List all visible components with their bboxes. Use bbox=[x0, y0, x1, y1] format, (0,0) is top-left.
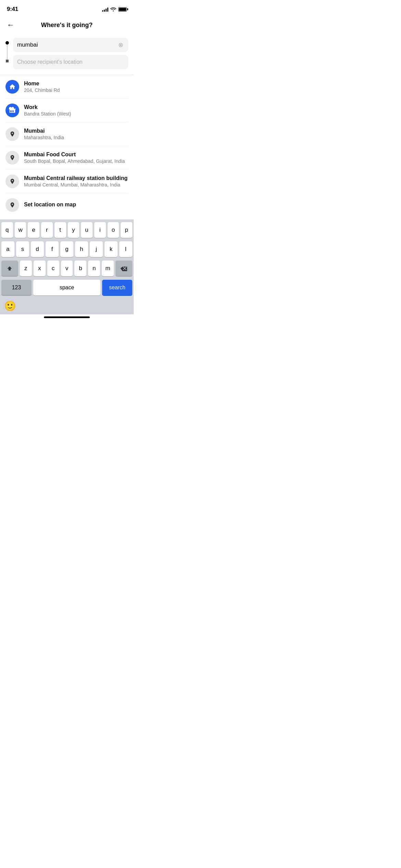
signal-icon bbox=[102, 7, 108, 12]
location-item-set-location[interactable]: Set location on map bbox=[5, 193, 128, 217]
key-o[interactable]: o bbox=[108, 222, 119, 238]
key-k[interactable]: k bbox=[105, 241, 118, 257]
status-bar: 9:41 bbox=[0, 0, 134, 16]
key-j[interactable]: j bbox=[90, 241, 103, 257]
key-p[interactable]: p bbox=[121, 222, 132, 238]
location-item-home[interactable]: Home204, Chimbai Rd bbox=[5, 75, 128, 99]
key-l[interactable]: l bbox=[119, 241, 132, 257]
key-a[interactable]: a bbox=[1, 241, 14, 257]
key-f[interactable]: f bbox=[46, 241, 59, 257]
location-name-set-location: Set location on map bbox=[24, 202, 128, 208]
key-u[interactable]: u bbox=[81, 222, 93, 238]
home-indicator bbox=[44, 316, 90, 318]
key-r[interactable]: r bbox=[41, 222, 53, 238]
location-address-work: Bandra Station (West) bbox=[24, 111, 128, 117]
origin-input-wrap[interactable]: ⊗ bbox=[13, 38, 128, 52]
key-b[interactable]: b bbox=[74, 261, 86, 276]
clear-search-button[interactable]: ⊗ bbox=[118, 41, 124, 49]
key-d[interactable]: d bbox=[31, 241, 44, 257]
location-text-mumbai: MumbaiMaharashtra, India bbox=[24, 128, 128, 140]
keyboard-row-3: zxcvbnm bbox=[1, 261, 132, 276]
location-item-work[interactable]: WorkBandra Station (West) bbox=[5, 99, 128, 122]
location-icon-home bbox=[5, 80, 19, 94]
location-address-mumbai-central: Mumbai Central, Mumbai, Maharashtra, Ind… bbox=[24, 182, 128, 188]
location-text-home: Home204, Chimbai Rd bbox=[24, 81, 128, 93]
key-h[interactable]: h bbox=[75, 241, 88, 257]
key-w[interactable]: w bbox=[15, 222, 26, 238]
status-icons bbox=[102, 7, 127, 12]
keyboard-row-2: asdfghjkl bbox=[1, 241, 132, 257]
location-text-mumbai-central: Mumbai Central railway station buildingM… bbox=[24, 175, 128, 188]
backspace-key[interactable] bbox=[116, 261, 132, 276]
destination-dot bbox=[6, 60, 9, 62]
location-address-mumbai: Maharashtra, India bbox=[24, 135, 128, 140]
origin-search-input[interactable] bbox=[17, 41, 118, 48]
header: ← Where's it going? bbox=[0, 16, 134, 35]
location-list: Home204, Chimbai RdWorkBandra Station (W… bbox=[0, 75, 134, 217]
location-name-mumbai: Mumbai bbox=[24, 128, 128, 134]
key-x[interactable]: x bbox=[34, 261, 46, 276]
location-name-mumbai-central: Mumbai Central railway station building bbox=[24, 175, 128, 181]
key-q[interactable]: q bbox=[1, 222, 13, 238]
key-z[interactable]: z bbox=[20, 261, 32, 276]
back-button[interactable]: ← bbox=[5, 19, 16, 31]
location-address-home: 204, Chimbai Rd bbox=[24, 87, 128, 93]
key-v[interactable]: v bbox=[61, 261, 73, 276]
keyboard-row-1: qwertyuiop bbox=[1, 222, 132, 238]
emoji-row: 🙂 bbox=[1, 298, 132, 313]
location-icon-mumbai bbox=[5, 127, 19, 141]
origin-dot bbox=[5, 41, 9, 45]
location-icon-mumbai-central bbox=[5, 174, 19, 188]
location-item-mumbai-central[interactable]: Mumbai Central railway station buildingM… bbox=[5, 170, 128, 193]
battery-icon bbox=[118, 7, 127, 12]
wifi-icon bbox=[110, 7, 116, 12]
location-text-work: WorkBandra Station (West) bbox=[24, 104, 128, 117]
key-c[interactable]: c bbox=[47, 261, 59, 276]
space-key[interactable]: space bbox=[33, 280, 100, 296]
route-connector bbox=[7, 45, 8, 60]
key-y[interactable]: y bbox=[68, 222, 80, 238]
location-address-mumbai-food-court: South Bopal, Bopal, Ahmedabad, Gujarat, … bbox=[24, 158, 128, 164]
key-n[interactable]: n bbox=[88, 261, 100, 276]
key-m[interactable]: m bbox=[102, 261, 114, 276]
page-title: Where's it going? bbox=[16, 22, 118, 29]
recipient-location-input[interactable]: Choose recipient's location bbox=[13, 55, 128, 69]
inputs-col: ⊗ Choose recipient's location bbox=[13, 38, 128, 69]
location-icon-set-location bbox=[5, 198, 19, 212]
location-icon-mumbai-food-court bbox=[5, 151, 19, 165]
location-icon-work bbox=[5, 104, 19, 117]
status-time: 9:41 bbox=[7, 6, 18, 13]
route-line bbox=[5, 38, 9, 62]
key-i[interactable]: i bbox=[94, 222, 106, 238]
location-item-mumbai-food-court[interactable]: Mumbai Food CourtSouth Bopal, Bopal, Ahm… bbox=[5, 146, 128, 170]
emoji-button[interactable]: 🙂 bbox=[4, 300, 16, 312]
key-e[interactable]: e bbox=[28, 222, 39, 238]
location-name-home: Home bbox=[24, 81, 128, 87]
keyboard-bottom-row: 123 space search bbox=[1, 280, 132, 296]
numbers-key[interactable]: 123 bbox=[1, 280, 32, 296]
shift-key[interactable] bbox=[1, 261, 18, 276]
key-g[interactable]: g bbox=[60, 241, 73, 257]
location-text-set-location: Set location on map bbox=[24, 202, 128, 208]
search-area: ⊗ Choose recipient's location bbox=[0, 35, 134, 75]
location-name-mumbai-food-court: Mumbai Food Court bbox=[24, 152, 128, 158]
key-t[interactable]: t bbox=[54, 222, 66, 238]
search-key[interactable]: search bbox=[102, 280, 132, 296]
keyboard: qwertyuiop asdfghjkl zxcvbnm 123 space s… bbox=[0, 219, 134, 314]
key-s[interactable]: s bbox=[16, 241, 29, 257]
location-text-mumbai-food-court: Mumbai Food CourtSouth Bopal, Bopal, Ahm… bbox=[24, 152, 128, 164]
location-name-work: Work bbox=[24, 104, 128, 110]
location-item-mumbai[interactable]: MumbaiMaharashtra, India bbox=[5, 122, 128, 146]
